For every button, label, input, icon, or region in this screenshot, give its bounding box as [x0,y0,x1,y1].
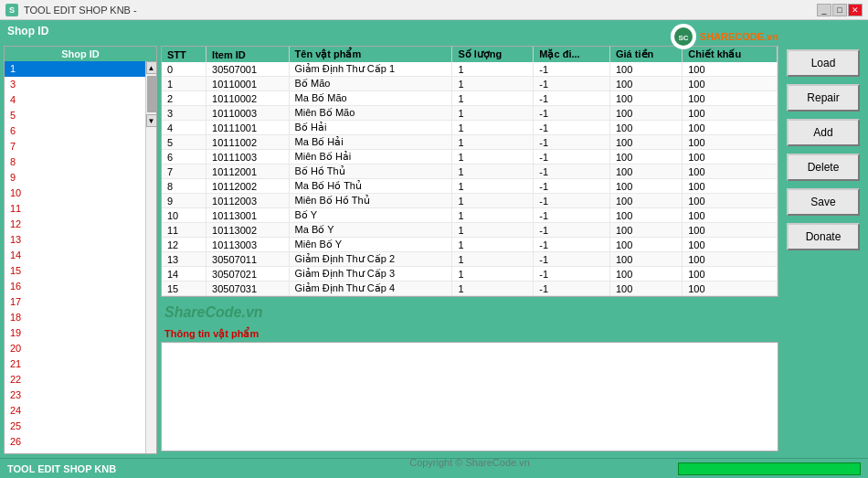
scroll-thumb[interactable] [147,76,156,112]
table-cell: 100 [683,106,778,121]
table-cell: -1 [534,194,610,208]
table-row[interactable]: 030507001Giảm Định Thư Cấp 11-1100100 [162,62,778,77]
donate-button[interactable]: Donate [787,223,860,250]
table-cell: 100 [610,62,683,77]
table-row[interactable]: 1010113001Bố Y1-1100100 [162,208,778,223]
shop-list-item[interactable]: 24 [5,403,145,419]
table-row[interactable]: 610111003Miên Bố Hải1-1100100 [162,150,778,165]
table-row[interactable]: 510111002Ma Bố Hải1-1100100 [162,135,778,150]
shop-list-item[interactable]: 20 [5,341,145,356]
table-cell: 30507001 [206,62,290,77]
table-row[interactable]: 1330507011Giảm Định Thư Cấp 21-1100100 [162,252,778,267]
shop-list-item[interactable]: 19 [5,325,145,341]
shop-list-item[interactable]: 15 [5,263,145,279]
table-cell: 13 [162,252,206,267]
delete-button[interactable]: Delete [787,154,860,181]
table-cell: Ma Bố Y [289,223,452,238]
table-cell: -1 [534,91,610,106]
table-cell: 10110003 [206,106,290,121]
table-cell: 100 [610,223,683,238]
table-cell: Giảm Định Thư Cấp 2 [289,252,452,267]
table-row[interactable]: 1430507021Giảm Định Thư Cấp 31-1100100 [162,267,778,281]
copyright: Copyright © ShareCode.vn [161,455,778,470]
shop-list-item[interactable]: 10 [5,186,145,201]
table-header-cell: Số lượng [452,47,534,62]
shop-list-item[interactable]: 25 [5,419,145,434]
table-cell: 100 [683,238,778,252]
table-row[interactable]: 310110003Miên Bố Mão1-1100100 [162,106,778,121]
main-content: Shop ID 13456789101112131415161718192021… [0,42,868,458]
shop-list-item[interactable]: 17 [5,294,145,310]
shop-list-item[interactable]: 9 [5,170,145,186]
shop-list-item[interactable]: 6 [5,123,145,139]
close-button[interactable]: ✕ [848,4,863,16]
info-section: Thông tin vật phẩm [161,326,778,451]
shop-list-item[interactable]: 26 [5,434,145,450]
shop-list-item[interactable]: 18 [5,310,145,325]
table-cell: 10113003 [206,238,290,252]
shop-list-item[interactable]: 27 [5,450,145,453]
shop-list-item[interactable]: 3 [5,77,145,92]
table-row[interactable]: 110110001Bố Mão1-1100100 [162,77,778,91]
table-row[interactable]: 710112001Bố Hồ Thủ1-1100100 [162,165,778,179]
shop-list-item[interactable]: 23 [5,388,145,403]
shop-list-item[interactable]: 8 [5,154,145,170]
shop-list-item[interactable]: 14 [5,248,145,263]
data-table-container: STTItem IDTên vật phẩmSố lượngMặc đi...G… [161,46,778,297]
table-cell: 100 [610,135,683,150]
shop-list-item[interactable]: 16 [5,279,145,294]
add-button[interactable]: Add [787,119,860,146]
shop-list[interactable]: 1345678910111213141516171819202122232425… [5,61,145,453]
table-cell: 1 [452,62,534,77]
scroll-down-arrow[interactable]: ▼ [146,114,157,127]
table-cell: 100 [683,150,778,165]
watermark: ShareCode.vn [161,301,778,323]
table-cell: 5 [162,135,206,150]
table-cell: -1 [534,106,610,121]
maximize-button[interactable]: □ [832,4,847,16]
table-cell: Bố Y [289,208,452,223]
table-cell: 6 [162,150,206,165]
table-header-cell: Item ID [206,47,290,62]
scroll-up-arrow[interactable]: ▲ [146,61,157,74]
table-cell: 100 [683,267,778,281]
table-cell: -1 [534,150,610,165]
minimize-button[interactable]: _ [817,4,831,16]
load-button[interactable]: Load [787,49,860,77]
table-cell: 100 [610,267,683,281]
table-cell: 2 [162,91,206,106]
shop-list-item[interactable]: 1 [5,61,145,77]
table-cell: Bố Hồ Thủ [289,165,452,179]
shop-list-item[interactable]: 13 [5,232,145,248]
table-cell: Ma Bố Hải [289,135,452,150]
table-row[interactable]: 1530507031Giảm Định Thư Cấp 41-1100100 [162,281,778,296]
menu-item-shopid[interactable]: Shop ID [7,25,48,37]
shop-list-item[interactable]: 21 [5,356,145,372]
left-panel: Shop ID 13456789101112131415161718192021… [4,46,157,454]
table-cell: -1 [534,208,610,223]
table-row[interactable]: 410111001Bố Hải1-1100100 [162,121,778,135]
app-icon: S [5,4,18,16]
shop-list-item[interactable]: 7 [5,139,145,154]
table-cell: 100 [683,223,778,238]
table-row[interactable]: 1210113003Miên Bố Y1-1100100 [162,238,778,252]
table-cell: -1 [534,62,610,77]
table-cell: 1 [452,150,534,165]
save-button[interactable]: Save [787,188,860,216]
table-row[interactable]: 1110113002Ma Bố Y1-1100100 [162,223,778,238]
table-cell: Miên Bố Mão [289,106,452,121]
table-row[interactable]: 810112002Ma Bố Hồ Thủ1-1100100 [162,179,778,194]
table-cell: 100 [683,179,778,194]
shop-list-item[interactable]: 22 [5,372,145,388]
shop-scrollbar[interactable]: ▲ ▼ [145,61,156,453]
table-row[interactable]: 910112003Miên Bố Hồ Thủ1-1100100 [162,194,778,208]
table-cell: 100 [610,252,683,267]
shop-list-item[interactable]: 4 [5,92,145,108]
shop-list-item[interactable]: 5 [5,108,145,123]
shop-list-item[interactable]: 11 [5,201,145,217]
table-row[interactable]: 210110002Ma Bố Mão1-1100100 [162,91,778,106]
shop-list-item[interactable]: 12 [5,217,145,232]
repair-button[interactable]: Repair [787,84,860,112]
table-cell: 1 [452,281,534,296]
table-cell: 10 [162,208,206,223]
